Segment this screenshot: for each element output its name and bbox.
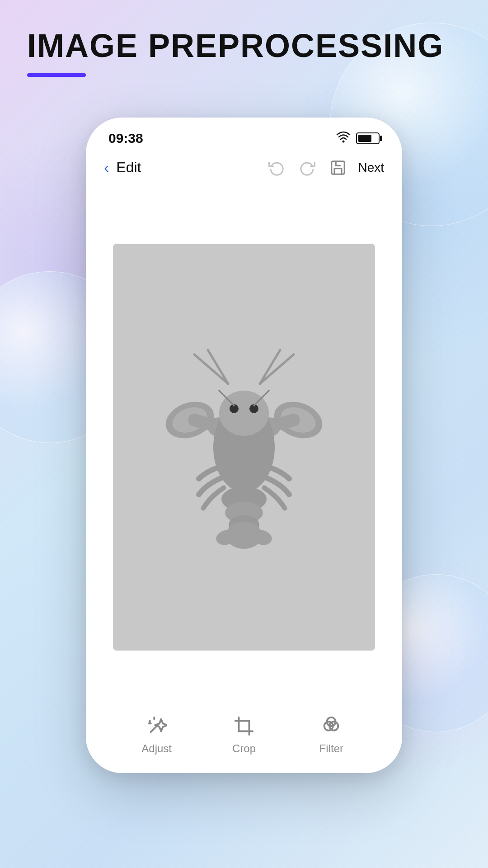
svg-line-3 <box>208 350 228 384</box>
back-button[interactable]: ‹ Edit <box>104 155 141 180</box>
toolbar: ‹ Edit <box>86 151 402 189</box>
page-title: IMAGE PREPROCESSING <box>27 27 461 64</box>
filter-tool[interactable]: Filter <box>304 714 358 755</box>
title-underline <box>27 73 86 77</box>
adjust-label: Adjust <box>141 742 172 755</box>
svg-line-2 <box>194 354 228 384</box>
wifi-icon <box>336 130 351 146</box>
redo-button[interactable] <box>296 157 318 179</box>
status-icons <box>336 130 380 146</box>
svg-line-5 <box>260 350 280 384</box>
filter-icon <box>319 714 343 738</box>
phone-mockup: 09:38 ‹ Edit <box>86 118 402 773</box>
adjust-icon <box>145 714 169 738</box>
page-title-area: IMAGE PREPROCESSING <box>27 27 461 77</box>
battery-icon <box>356 132 380 144</box>
save-button[interactable] <box>327 157 349 179</box>
filter-label: Filter <box>319 742 343 755</box>
back-chevron-icon: ‹ <box>104 159 109 176</box>
status-bar: 09:38 <box>86 118 402 151</box>
crop-label: Crop <box>232 742 256 755</box>
crop-tool[interactable]: Crop <box>217 714 271 755</box>
image-area <box>86 189 402 705</box>
undo-button[interactable] <box>266 157 287 179</box>
adjust-tool[interactable]: Adjust <box>130 714 184 755</box>
bottom-toolbar: Adjust Crop Filter <box>86 705 402 773</box>
edit-title: Edit <box>116 159 141 176</box>
toolbar-actions: Next <box>266 157 384 179</box>
svg-line-4 <box>260 354 294 384</box>
status-time: 09:38 <box>108 131 143 146</box>
next-button[interactable]: Next <box>358 157 384 179</box>
lobster-image <box>149 330 339 565</box>
crop-icon <box>232 714 256 738</box>
battery-fill <box>358 135 371 142</box>
image-container <box>113 244 375 651</box>
svg-point-0 <box>343 141 345 143</box>
